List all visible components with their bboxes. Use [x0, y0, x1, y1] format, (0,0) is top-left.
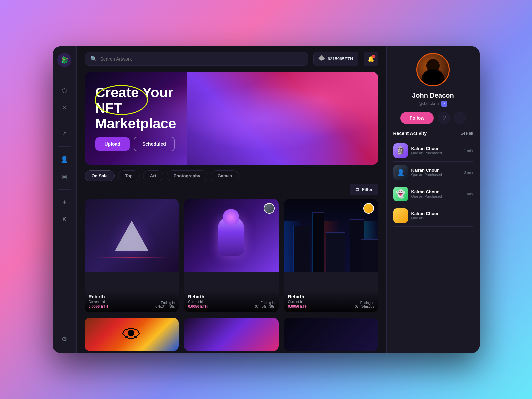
wallet-icon: ▣ [62, 173, 67, 180]
filter-tag-on-sale[interactable]: On Sale [85, 170, 115, 181]
nft-card-2-timer-value: 07h:34m:38s [255, 305, 275, 308]
activity-info-1: Kalran Choun Que art Purchased [411, 146, 461, 155]
sidebar-item-trending[interactable]: ↗ [57, 126, 72, 141]
hero-buttons: Upload Scheduled [95, 137, 202, 151]
follow-button[interactable]: Follow [400, 112, 434, 124]
activity-item-3: 👻 Kalran Choun Que art Purchased 1 min [393, 183, 473, 205]
nft-card-1-name: Rebirth [89, 294, 175, 299]
activity-info-2: Kalran Choun Que art Purchased [411, 168, 461, 177]
profile-icon: 👤 [61, 156, 68, 163]
sidebar: 🐉 ⬡ ✕ ↗ 👤 ▣ ✦ € ⚙ [53, 46, 77, 353]
sidebar-item-wallet[interactable]: ▣ [57, 169, 72, 184]
dashboard-icon: ⬡ [62, 87, 67, 94]
profile-avatar [416, 53, 450, 86]
nft-card-4[interactable] [85, 318, 179, 351]
activity-avatar-1-icon: 🗿 [396, 146, 405, 155]
sidebar-item-settings[interactable]: ⚙ [57, 332, 72, 346]
activity-name-3: Kalran Choun [411, 189, 461, 194]
profile-avatar-container [393, 53, 473, 86]
sidebar-item-explore[interactable]: ✕ [57, 101, 72, 115]
nft-section-header: ⚖ Filter [85, 184, 378, 195]
nft-card-3-timer-value: 07h:34m:38s [355, 305, 374, 308]
search-input[interactable] [100, 56, 302, 62]
nft-card-1-timer-value: 07h:34m:38s [155, 305, 175, 308]
eth-balance-badge: 6215965ETH [313, 52, 358, 66]
building-1 [293, 226, 310, 272]
activity-time-1: 1 min [464, 149, 473, 153]
activity-avatar-2: 👤 [393, 165, 408, 180]
scheduled-button[interactable]: Scheduled [134, 137, 175, 151]
nft-card-5[interactable] [184, 318, 279, 351]
building-3 [326, 232, 345, 272]
see-all-button[interactable]: See all [461, 131, 473, 136]
filter-tags: On Sale Top Art Photography Games [77, 165, 386, 184]
nft-card-1-timer-label: Ending in [155, 301, 175, 305]
filter-tag-art[interactable]: Art [143, 170, 163, 181]
profile-name: John Deacon [393, 92, 473, 99]
search-icon: 🔍 [90, 56, 97, 62]
activity-time-3: 1 min [464, 192, 473, 196]
nft-card-1-image [85, 199, 179, 272]
trending-icon: ↗ [62, 130, 67, 137]
nft-card-2-name: Rebirth [188, 294, 275, 299]
filter-button[interactable]: ⚖ Filter [350, 184, 378, 195]
statue-decoration [218, 216, 244, 256]
eth-balance-value: 6215965ETH [328, 56, 353, 61]
nft-grid: Rebirth Current bid 0.0056 ETH Ending in… [85, 199, 378, 312]
activity-desc-3: Que art Purchased [411, 194, 461, 198]
activity-avatar-4 [393, 208, 408, 223]
currency-icon: € [63, 216, 66, 223]
activity-desc-2: Que art Purchased [411, 173, 461, 177]
sidebar-item-profile[interactable]: 👤 [57, 152, 72, 167]
upload-button[interactable]: Upload [95, 137, 130, 151]
nft-card-2[interactable]: Rebirth Current bid 0.0056 ETH Ending in… [184, 199, 279, 312]
sidebar-item-dashboard[interactable]: ⬡ [57, 83, 72, 98]
sidebar-item-currency[interactable]: € [57, 212, 72, 227]
nft-card-3-timer: Ending in 07h:34m:38s [355, 301, 374, 308]
activity-item-2: 👤 Kalran Choun Que art Purchased 3 min [393, 162, 473, 183]
filter-tag-top[interactable]: Top [118, 170, 140, 181]
activity-name-2: Kalran Choun [411, 168, 461, 173]
verified-badge: ✓ [441, 101, 447, 107]
activity-avatar-3-icon: 👻 [396, 189, 406, 199]
profile-handle: @J.dicken ✓ [393, 101, 473, 107]
sidebar-divider-3 [58, 146, 71, 147]
explore-icon: ✕ [62, 104, 67, 112]
sidebar-item-apps[interactable]: ✦ [57, 195, 72, 210]
nft-card-3-avatar [363, 203, 374, 214]
header: 🔍 6215965ETH 🔔 [77, 46, 386, 72]
nft-card-3[interactable]: Rebirth Current bid 0.0056 ETH Ending in… [284, 199, 378, 312]
nft-card-1[interactable]: Rebirth Current bid 0.0056 ETH Ending in… [85, 199, 179, 312]
nft-card-4-image [85, 318, 179, 351]
activity-time-2: 3 min [464, 170, 473, 174]
filter-tag-photography[interactable]: Photography [167, 170, 207, 181]
app-logo[interactable]: 🐉 [57, 53, 71, 67]
hero-banner: Create Your NFT Marketplace Upload Sched… [85, 72, 378, 165]
like-button[interactable]: ♡ [438, 112, 450, 124]
hero-circle-decoration [95, 85, 148, 115]
heart-icon: ♡ [441, 115, 446, 121]
activity-desc-1: Que art Purchased [411, 151, 461, 155]
profile-sidebar: John Deacon @J.dicken ✓ Follow ♡ ··· Rec… [386, 46, 480, 353]
nft-card-6[interactable] [284, 318, 378, 351]
app-window: 🐉 ⬡ ✕ ↗ 👤 ▣ ✦ € ⚙ [53, 46, 480, 353]
main-content: 🔍 6215965ETH 🔔 Create Your NFT Marketpla… [77, 46, 386, 353]
more-button[interactable]: ··· [454, 112, 466, 124]
activity-item-1: 🗿 Kalran Choun Que art Purchased 1 min [393, 140, 473, 162]
activity-info-3: Kalran Choun Que art Purchased [411, 189, 461, 198]
notification-button[interactable]: 🔔 [364, 52, 378, 66]
notification-dot [372, 55, 375, 58]
nft-card-1-timer: Ending in 07h:34m:38s [155, 301, 175, 308]
activity-item-4: Kalran Choun Que art [393, 205, 473, 227]
hero-artwork [187, 72, 378, 165]
activity-name-1: Kalran Choun [411, 146, 461, 151]
dots-icon: ··· [457, 115, 462, 121]
nft-card-2-timer-label: Ending in [255, 301, 275, 305]
logo-icon: 🐉 [60, 56, 69, 64]
hero-content: Create Your NFT Marketplace Upload Sched… [95, 72, 202, 165]
eth-icon [318, 55, 325, 63]
settings-icon: ⚙ [62, 335, 67, 343]
activity-avatar-3: 👻 [393, 187, 408, 201]
search-bar[interactable]: 🔍 [85, 52, 308, 66]
filter-tag-games[interactable]: Games [211, 170, 239, 181]
